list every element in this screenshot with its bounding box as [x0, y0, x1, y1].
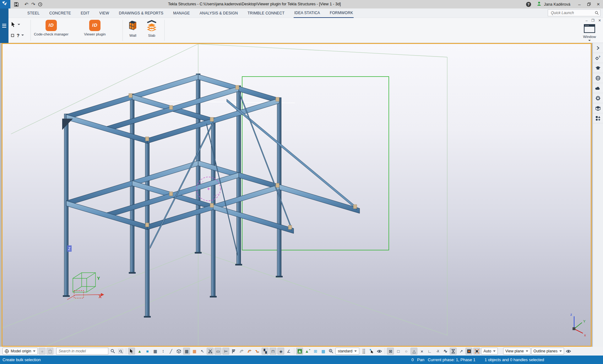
- snap-triangle-button[interactable]: △: [410, 348, 417, 355]
- viewer-plugin-button[interactable]: ID Viewer plugin: [78, 20, 112, 36]
- ribbon-minimize-icon[interactable]: –: [586, 19, 588, 23]
- model-view-canvas[interactable]: Z Y X z Y x: [3, 44, 591, 346]
- select-cursor-button[interactable]: [128, 348, 135, 355]
- history-icon[interactable]: [36, 0, 44, 8]
- settings-button[interactable]: [593, 93, 603, 103]
- slab-button[interactable]: Slab: [144, 20, 160, 37]
- quick-launch[interactable]: [548, 9, 600, 16]
- smart-select-button[interactable]: [368, 348, 375, 355]
- tab-idea-statica[interactable]: IDEA STATICA: [294, 8, 321, 17]
- snap-wave-button[interactable]: ∿: [442, 348, 449, 355]
- rebar-hook-3-button[interactable]: [254, 348, 261, 355]
- view-plane-dropdown[interactable]: View plane: [503, 348, 530, 355]
- ribbon-close-icon[interactable]: ✕: [598, 19, 601, 23]
- model-view-1-3d[interactable]: Z Y X z Y x: [2, 43, 592, 347]
- chevron-down-icon[interactable]: [588, 40, 591, 41]
- learning-button[interactable]: [593, 63, 603, 73]
- flag-bars-button[interactable]: ⊨: [222, 348, 229, 355]
- collapse-panel-button[interactable]: [593, 43, 603, 53]
- tekla-logo[interactable]: [0, 0, 10, 8]
- selection-info: 1 objects and 0 handles selected: [485, 356, 544, 364]
- select-filter-triangle-button[interactable]: ▲: [136, 348, 143, 355]
- tab-manage[interactable]: MANAGE: [172, 8, 190, 18]
- rebar-hook-2-button[interactable]: [246, 348, 253, 355]
- inquire-tool-button[interactable]: ?: [11, 30, 29, 40]
- zoom-search-button[interactable]: [109, 348, 116, 355]
- tab-view[interactable]: VIEW: [99, 8, 110, 18]
- tab-concrete[interactable]: CONCRETE: [49, 8, 72, 18]
- bracket-button[interactable]: ⊓: [269, 348, 276, 355]
- zoom-e-button[interactable]: e: [328, 348, 334, 355]
- tab-edit[interactable]: EDIT: [80, 8, 90, 18]
- redo-icon[interactable]: ↷: [30, 0, 37, 8]
- search-in-model-input[interactable]: [56, 348, 108, 355]
- tab-analysis-design[interactable]: ANALYSIS & DESIGN: [199, 8, 238, 18]
- add-button[interactable]: +: [39, 348, 46, 355]
- select-line-button[interactable]: ╱: [167, 348, 174, 355]
- select-assembly-button[interactable]: [296, 348, 303, 355]
- undo-icon[interactable]: ↶: [23, 0, 30, 8]
- close-icon[interactable]: ×: [594, 0, 603, 8]
- snap-grid-button[interactable]: ▦: [183, 348, 190, 355]
- select-components-a-button[interactable]: ⊞: [312, 348, 319, 355]
- mesh-ball-button[interactable]: ⣿: [360, 348, 367, 355]
- planes-visibility-eye-button[interactable]: [565, 348, 572, 355]
- snap-hourglass-button[interactable]: [450, 348, 457, 355]
- snap-circle-button[interactable]: ○: [403, 348, 410, 355]
- snap-perpendicular-button[interactable]: ∟: [426, 348, 433, 355]
- snap-endpoint-button[interactable]: ⊠: [387, 348, 394, 355]
- snap-square-button[interactable]: □: [395, 348, 402, 355]
- wall-button[interactable]: Wall: [125, 20, 141, 37]
- select-tool-button[interactable]: [11, 19, 29, 30]
- zoom-selected-button[interactable]: [117, 348, 124, 355]
- select-filter-square-button[interactable]: ■: [144, 348, 151, 355]
- help-icon[interactable]: ?: [526, 2, 531, 7]
- model-origin-dropdown[interactable]: Model origin: [3, 348, 38, 355]
- tab-trimble-connect[interactable]: TRIMBLE CONNECT: [247, 8, 285, 18]
- delete-button[interactable]: [46, 348, 53, 355]
- ribbon-restore-icon[interactable]: ❐: [591, 19, 595, 23]
- ortho-orange-corners-button[interactable]: [473, 348, 480, 355]
- app-menu-strip[interactable]: [0, 8, 8, 43]
- online-services-button[interactable]: [593, 73, 603, 83]
- user-icon[interactable]: [537, 1, 541, 7]
- ortho-orange-square-button[interactable]: [465, 348, 472, 355]
- snap-arrow-button[interactable]: ↗: [458, 348, 464, 355]
- save-icon[interactable]: [13, 0, 20, 8]
- select-components-b-button[interactable]: ▩: [320, 348, 327, 355]
- tab-steel[interactable]: STEEL: [27, 8, 40, 18]
- snap-dashed-x-button[interactable]: -X: [434, 348, 441, 355]
- snap-free-button[interactable]: ↖: [199, 348, 206, 355]
- outline-planes-dropdown[interactable]: Outline planes: [531, 348, 564, 355]
- clip-rectangle-button[interactable]: ▭: [215, 348, 221, 355]
- snap-cross-button[interactable]: ×: [418, 348, 425, 355]
- tab-formwork[interactable]: FORMWORK: [329, 8, 354, 17]
- visibility-eye-button[interactable]: [376, 348, 383, 355]
- product-info-button[interactable]: [593, 103, 603, 113]
- layers-button[interactable]: ◈: [277, 348, 284, 355]
- polyline-button[interactable]: ∠: [285, 348, 292, 355]
- auto-dropdown[interactable]: Auto: [481, 348, 498, 355]
- components-button[interactable]: [593, 113, 603, 123]
- tab-drawings-reports[interactable]: DRAWINGS & REPORTS: [118, 8, 164, 18]
- select-fence-button[interactable]: ▦: [152, 348, 159, 355]
- support-button[interactable]: ?: [593, 53, 603, 63]
- window-icon[interactable]: [584, 24, 595, 33]
- snap-grid-points-button[interactable]: ▦: [191, 348, 198, 355]
- flag-pole-button[interactable]: [230, 348, 237, 355]
- minimize-icon[interactable]: –: [575, 0, 584, 8]
- code-check-manager-button[interactable]: ID Code-check manager: [34, 20, 68, 36]
- select-solid-button[interactable]: [175, 348, 182, 355]
- cloud-button[interactable]: [593, 83, 603, 93]
- dark-squares-button[interactable]: ▚: [262, 348, 269, 355]
- work-area-box: [3, 44, 447, 346]
- cut-plane-button[interactable]: [207, 348, 214, 355]
- quick-launch-input[interactable]: [550, 10, 595, 15]
- rebar-hook-1-button[interactable]: [238, 348, 245, 355]
- steel-braces[interactable]: [150, 90, 357, 255]
- restore-icon[interactable]: [584, 0, 594, 8]
- select-dots-button[interactable]: ∶: [160, 348, 166, 355]
- select-object-point-button[interactable]: ▲●: [304, 348, 311, 355]
- svg-text:e: e: [330, 349, 332, 352]
- standard-dropdown[interactable]: standard: [335, 348, 359, 355]
